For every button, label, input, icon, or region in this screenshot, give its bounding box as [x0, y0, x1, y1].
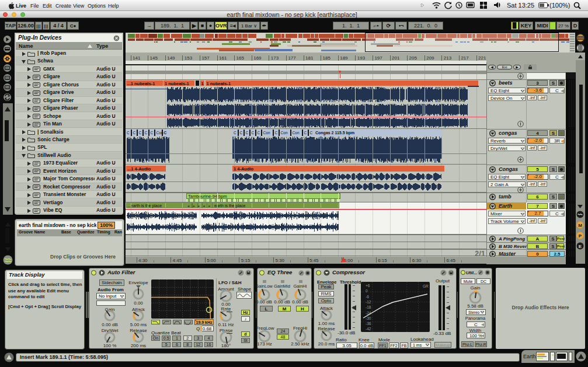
svg-text:1 4-Audio: 1 4-Audio: [234, 166, 254, 172]
svg-text:C: C: [252, 131, 255, 135]
svg-text:earth is the place: earth is the place: [214, 204, 245, 208]
svg-text:...1 nubeats-1: ...1 nubeats-1: [127, 81, 155, 86]
svg-text:03: 03: [6, 86, 9, 89]
svg-text:-36: -36: [366, 321, 371, 326]
svg-text:Congas 2 115.5 bpm: Congas 2 115.5 bpm: [315, 131, 354, 135]
svg-text:Con: Con: [281, 131, 288, 135]
svg-text:E: E: [579, 244, 582, 249]
svg-text:157: 157: [201, 55, 210, 61]
svg-text:-42: -42: [366, 327, 371, 331]
svg-text:5:30: 5:30: [275, 258, 284, 263]
svg-text:C: C: [275, 131, 278, 135]
svg-text:5:00: 5:00: [207, 258, 216, 263]
svg-text:6:45: 6:45: [446, 258, 455, 263]
svg-text:4:45: 4:45: [173, 258, 182, 263]
svg-text:-18: -18: [366, 305, 371, 309]
svg-text:193: 193: [357, 55, 366, 61]
svg-text:6:15: 6:15: [378, 258, 387, 263]
svg-text:217: 217: [461, 55, 469, 61]
svg-text:153: 153: [185, 55, 193, 61]
svg-text:141: 141: [133, 55, 141, 61]
svg-text:169: 169: [253, 55, 262, 61]
svg-text:145: 145: [150, 55, 158, 61]
svg-text:Tambourine-94 bpm: Tambourine-94 bpm: [188, 194, 227, 199]
svg-text:5:45: 5:45: [309, 258, 319, 263]
svg-text:4:30: 4:30: [138, 258, 148, 263]
svg-text:165: 165: [236, 55, 245, 61]
svg-text:C: C: [234, 131, 236, 135]
svg-text:...1 4-Audio: ...1 4-Audio: [127, 166, 151, 172]
svg-text:181: 181: [305, 55, 314, 61]
svg-text:C: C: [310, 131, 313, 135]
svg-text:01: 01: [6, 67, 9, 70]
svg-text:Con: Con: [263, 131, 270, 135]
svg-text:C: C: [133, 131, 136, 135]
svg-text:149: 149: [167, 55, 175, 61]
svg-text:Con: Con: [293, 131, 300, 135]
svg-text:...earth is the place: ...earth is the place: [127, 204, 162, 208]
svg-text:201: 201: [392, 55, 400, 61]
svg-text:C: C: [127, 131, 130, 135]
svg-text:2/1: 2/1: [475, 249, 485, 258]
svg-text:1 nubeats-1: 1 nubeats-1: [207, 81, 231, 86]
svg-text:0: 0: [366, 289, 368, 293]
svg-text:213: 213: [444, 55, 452, 61]
svg-text:5:15: 5:15: [241, 258, 250, 263]
svg-text:C: C: [139, 131, 142, 135]
svg-text:205: 205: [409, 55, 417, 61]
svg-text:6:30: 6:30: [412, 258, 422, 263]
svg-text:209: 209: [426, 55, 434, 61]
svg-text:-30: -30: [366, 316, 371, 320]
svg-text:02: 02: [6, 76, 9, 80]
svg-text:-12: -12: [366, 300, 371, 304]
svg-text:C: C: [258, 131, 260, 135]
svg-text:C: C: [304, 131, 307, 135]
svg-text:-6: -6: [366, 295, 369, 299]
svg-text:C: C: [240, 131, 243, 135]
svg-text:+6: +6: [366, 284, 370, 288]
svg-text:221: 221: [478, 55, 486, 61]
svg-text:197: 197: [374, 55, 382, 61]
svg-text:173: 173: [271, 55, 279, 61]
svg-text:185: 185: [323, 55, 331, 61]
svg-text:1 nubeats-1: 1 nubeats-1: [165, 81, 189, 86]
svg-text:189: 189: [340, 55, 348, 61]
svg-text:C: C: [164, 131, 167, 135]
svg-text:P: P: [579, 233, 582, 239]
svg-text:C: C: [246, 131, 249, 135]
svg-text:C: C: [151, 131, 154, 135]
svg-text:GR: GR: [423, 284, 429, 288]
svg-text:M: M: [578, 223, 582, 228]
svg-text:C: C: [145, 131, 148, 135]
svg-text:161: 161: [219, 55, 227, 61]
svg-text:177: 177: [288, 55, 296, 61]
svg-text:1: 1: [201, 81, 204, 86]
